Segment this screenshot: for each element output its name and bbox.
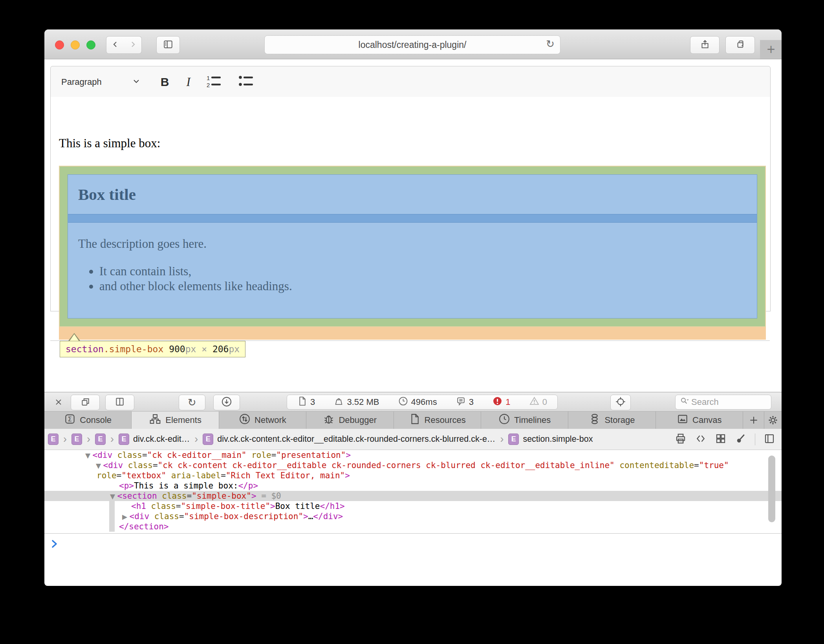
syntax-token: </p> [238,481,258,490]
breadcrumb-label[interactable]: section.simple-box [523,434,593,444]
dom-tree-row[interactable]: ▼ <div class="ck ck-editor__main" role="… [44,450,782,460]
close-window-button[interactable] [55,40,64,49]
zoom-window-button[interactable] [86,40,95,49]
element-badge[interactable]: E [203,434,213,445]
sidebar-toggle-button[interactable] [156,36,180,54]
stat-warning[interactable]: 0 [529,396,547,408]
resource-stats-bar[interactable]: 33.52 MB496ms310 [287,395,558,410]
syntax-token: = $0 [256,491,281,501]
bold-button[interactable]: B [161,75,169,89]
paintbrush-icon[interactable] [735,433,747,446]
dom-tree-row[interactable]: ▼ <section class="simple-box"> = $0 [44,491,782,501]
editor-paragraph[interactable]: This is a simple box: [59,136,160,150]
highlight-overlap-strip [68,214,757,223]
tab-label: Console [80,415,112,425]
dom-tree-row[interactable]: <h1 class="simple-box-title">Box title</… [44,501,782,511]
minimize-window-button[interactable] [71,40,80,49]
add-tab-button[interactable] [743,412,764,429]
panel-right-icon[interactable] [764,433,775,446]
syntax-token [166,471,171,480]
dock-side-button[interactable] [105,395,134,410]
detach-inspector-button[interactable] [71,395,100,410]
inspector-toolbar: ↻ 33.52 MB496ms310 Search [44,392,782,412]
element-selection-button[interactable] [610,395,631,410]
dom-tree-row[interactable]: ▶ <div class="simple-box-description">…<… [44,511,782,521]
tab-resources[interactable]: Resources [394,412,481,429]
grid-icon[interactable] [715,433,727,446]
box-title[interactable]: Box title [78,185,136,204]
prompt-chevron-icon [51,539,59,550]
dom-tree-row[interactable]: </section> [44,521,782,532]
stat-error[interactable]: 1 [493,396,510,408]
storage-icon [589,413,601,427]
tab-console[interactable]: ΣConsole [44,412,132,429]
italic-button[interactable]: I [186,75,190,89]
share-button[interactable] [690,36,720,54]
syntax-token: role [251,450,271,460]
syntax-token: "ck ck-content ck-editor__editable ck-ro… [158,461,615,470]
syntax-token: ▼ [85,452,92,459]
tab-network[interactable]: Network [219,412,306,429]
close-inspector-button[interactable] [54,397,63,408]
download-button[interactable] [213,395,240,410]
console-prompt[interactable] [44,533,782,556]
printer-icon[interactable] [675,433,687,446]
element-badge[interactable]: E [48,434,59,445]
box-bullet-item[interactable]: and other block elements like headings. [99,279,292,293]
sidebar-icon [163,39,173,51]
element-badge[interactable]: E [119,434,129,445]
syntax-token: > [346,450,351,460]
chevron-right-icon: › [194,433,198,445]
stat-weight[interactable]: 3.52 MB [334,396,379,408]
tab-label: Storage [604,415,635,425]
box-description[interactable]: The description goes here. [78,237,207,251]
reload-icon[interactable]: ↻ [546,38,555,50]
syntax-token: <div [92,450,112,460]
element-badge[interactable]: E [71,434,82,445]
syntax-token: </section> [119,522,168,531]
tooltip-token: px [229,344,240,354]
syntax-token: class [128,461,153,470]
bulleted-list-button[interactable] [238,74,255,90]
code-brackets-icon[interactable] [695,433,707,446]
breadcrumb-label[interactable]: div.ck.ck-edit… [133,434,190,444]
canvas-icon [677,413,688,427]
settings-gear-button[interactable] [764,412,782,429]
tab-debugger[interactable]: Debugger [306,412,394,429]
new-tab-button[interactable]: + [760,40,782,59]
syntax-token [157,491,162,501]
paragraph-dropdown[interactable]: Paragraph [61,77,102,87]
chevron-down-icon[interactable] [132,79,140,86]
element-badge[interactable]: E [508,434,519,445]
box-bullet-item[interactable]: It can contain lists, [99,264,191,278]
dom-breadcrumb-bar: E›E›E›Ediv.ck.ck-edit…›Ediv.ck.ck-conten… [44,429,782,450]
tab-overview-button[interactable] [725,36,755,54]
element-badge[interactable]: E [95,434,106,445]
syntax-token: ▼ [110,492,117,500]
console-icon: Σ [64,413,76,427]
stat-value: 1 [505,397,510,407]
syntax-token: > [303,512,308,521]
dom-scrollbar-thumb[interactable] [768,456,775,522]
inspected-element-highlight: Box title The description goes here. It … [59,166,766,327]
numbered-list-button[interactable]: 12 [206,74,223,90]
forward-button[interactable] [124,36,142,54]
dom-tree-row[interactable]: ▼ <div class="ck ck-content ck-editor__e… [44,460,782,470]
syntax-token: = [694,461,699,470]
tab-elements[interactable]: Elements [132,412,219,429]
syntax-token: class [162,491,187,501]
tab-timelines[interactable]: Timelines [481,412,568,429]
breadcrumb-label[interactable]: div.ck.ck-content.ck-editor__editable.ck… [217,434,495,444]
dom-tree-row[interactable]: <p>This is a simple box:</p> [44,481,782,491]
highlight-margin-strip [59,327,766,340]
inspector-search-field[interactable]: Search [675,395,771,410]
tab-canvas[interactable]: Canvas [656,412,743,429]
back-button[interactable] [106,36,125,54]
reload-page-button[interactable]: ↻ [179,395,205,410]
stat-document[interactable]: 3 [297,396,315,408]
stat-clock[interactable]: 496ms [398,396,437,408]
stat-bubble[interactable]: 3 [456,396,474,408]
dom-tree-row[interactable]: role="textbox" aria-label="Rich Text Edi… [44,470,782,481]
address-bar[interactable]: localhost/creating-a-plugin/ ↻ [264,35,560,54]
tab-storage[interactable]: Storage [568,412,656,429]
